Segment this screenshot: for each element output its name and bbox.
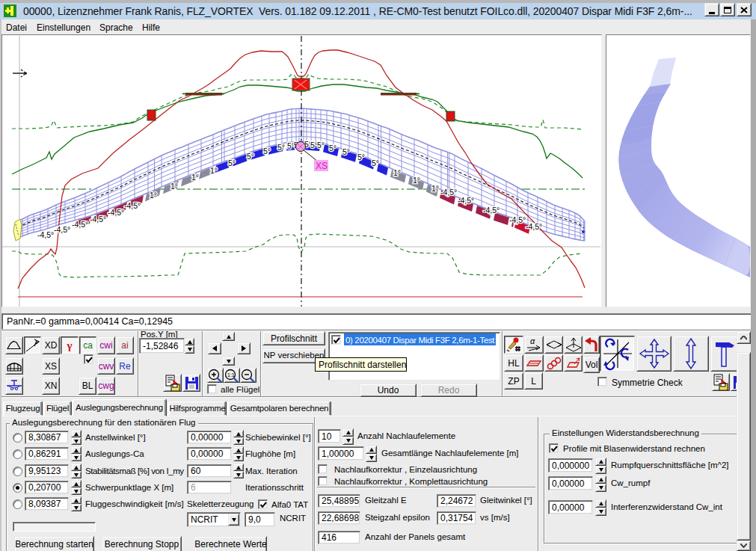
svg-text:1:1: 1:1: [227, 372, 235, 378]
svg-text:5°: 5°: [317, 141, 325, 150]
svg-text:1°: 1°: [393, 168, 401, 177]
svg-text:-4,5°: -4,5°: [54, 225, 70, 234]
svg-text:-4,5°: -4,5°: [108, 208, 124, 217]
svg-text:1°: 1°: [413, 176, 420, 185]
svg-text:-4,5°: -4,5°: [509, 215, 526, 224]
svg-text:5°: 5°: [247, 152, 254, 161]
svg-text:5°: 5°: [329, 144, 336, 153]
svg-text:5°: 5°: [342, 147, 350, 156]
svg-text:5°: 5°: [357, 153, 365, 161]
svg-text:5°: 5°: [277, 143, 285, 152]
svg-text:1°: 1°: [191, 173, 199, 182]
svg-text:1°: 1°: [210, 166, 218, 175]
svg-text:5°: 5°: [372, 158, 379, 167]
svg-text:5°: 5°: [263, 147, 271, 156]
svg-text:-4,5°: -4,5°: [37, 230, 54, 239]
svg-text:1°: 1°: [170, 182, 178, 191]
svg-text:XS: XS: [316, 161, 328, 171]
svg-text:-4,5°: -4,5°: [72, 220, 88, 229]
svg-text:5°: 5°: [228, 158, 236, 167]
svg-text:-4,5°: -4,5°: [526, 222, 542, 231]
svg-text:-4,5°: -4,5°: [440, 188, 457, 197]
svg-text:-4,5°: -4,5°: [483, 206, 500, 215]
svg-text:α: α: [530, 336, 535, 345]
svg-text:1°: 1°: [431, 184, 439, 193]
svg-text:-4,5°: -4,5°: [458, 196, 474, 205]
svg-text:-4,5°: -4,5°: [90, 215, 106, 224]
svg-text:1°: 1°: [150, 191, 157, 200]
svg-text:-4,5°: -4,5°: [124, 201, 141, 210]
